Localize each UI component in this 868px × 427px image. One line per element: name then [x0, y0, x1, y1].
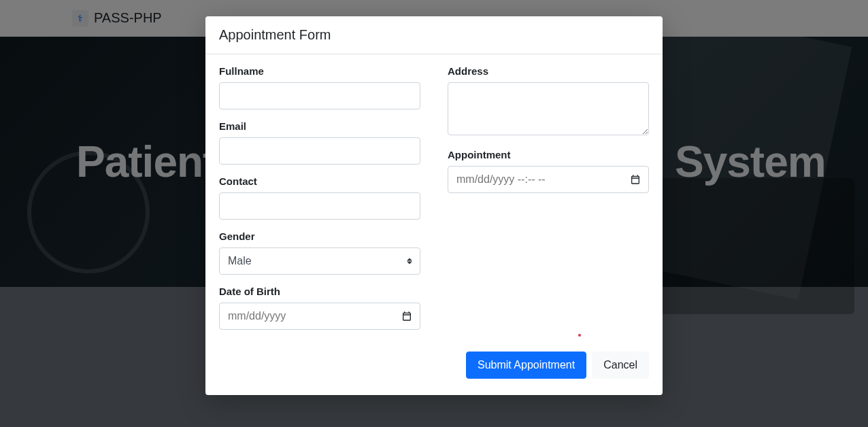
appointment-modal: Appointment Form Fullname Email Contact …	[205, 16, 663, 395]
group-contact: Contact	[219, 175, 420, 220]
calendar-icon	[401, 311, 412, 322]
fullname-input[interactable]	[219, 82, 420, 109]
appointment-input[interactable]	[448, 166, 649, 193]
dob-input[interactable]	[219, 303, 420, 330]
group-appointment: Appointment	[448, 149, 649, 193]
label-contact: Contact	[219, 175, 420, 187]
label-email: Email	[219, 120, 420, 132]
label-fullname: Fullname	[219, 65, 420, 77]
modal-footer: Submit Appointment Cancel	[205, 343, 663, 395]
label-dob: Date of Birth	[219, 286, 420, 297]
group-address: Address	[448, 65, 649, 138]
address-textarea[interactable]	[448, 82, 649, 135]
group-dob: Date of Birth	[219, 286, 420, 330]
calendar-icon	[630, 174, 641, 185]
label-address: Address	[448, 65, 649, 77]
label-appointment: Appointment	[448, 149, 649, 160]
label-gender: Gender	[219, 230, 420, 242]
required-indicator-icon	[578, 334, 581, 337]
contact-input[interactable]	[219, 192, 420, 220]
email-input[interactable]	[219, 137, 420, 165]
modal-body: Fullname Email Contact Gender Male	[205, 54, 663, 343]
gender-select[interactable]: Male	[219, 247, 420, 275]
form-col-left: Fullname Email Contact Gender Male	[219, 65, 420, 341]
submit-appointment-button[interactable]: Submit Appointment	[466, 352, 586, 379]
group-gender: Gender Male	[219, 230, 420, 275]
group-fullname: Fullname	[219, 65, 420, 109]
cancel-button[interactable]: Cancel	[592, 352, 649, 379]
modal-header: Appointment Form	[205, 16, 663, 54]
modal-title: Appointment Form	[219, 27, 649, 43]
group-email: Email	[219, 120, 420, 165]
form-col-right: Address Appointment	[448, 65, 649, 341]
